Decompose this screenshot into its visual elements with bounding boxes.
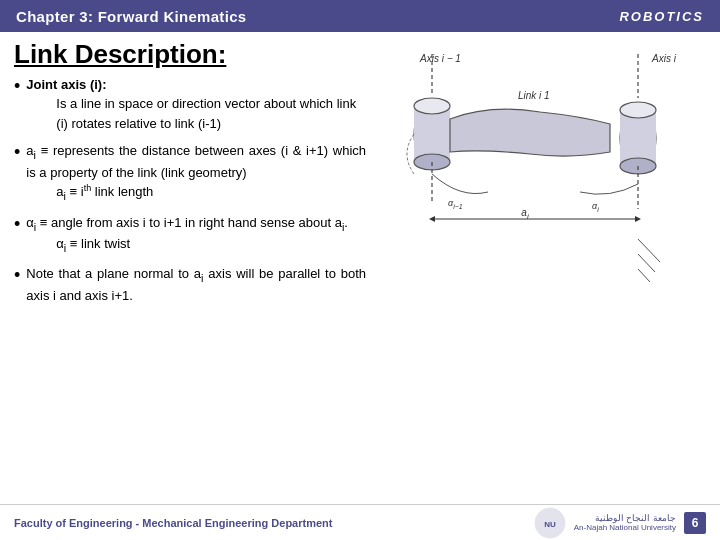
kinematics-diagram: Axis i − 1 Axis i Link i 1 bbox=[380, 44, 700, 334]
diagram-area: Axis i − 1 Axis i Link i 1 bbox=[374, 40, 706, 492]
university-logo-left: NU bbox=[534, 507, 566, 539]
bullet-1-sub: Is a line in space or direction vector a… bbox=[56, 94, 366, 133]
footer: Faculty of Engineering - Mechanical Engi… bbox=[0, 504, 720, 540]
footer-logos: NU جامعة النجاح الوطنية An-Najah Nationa… bbox=[534, 507, 706, 539]
svg-line-19 bbox=[638, 239, 660, 262]
university-name-en: An-Najah National University bbox=[574, 523, 676, 532]
bullet-2-sub: ai ≡ ith link length bbox=[56, 182, 366, 204]
svg-line-20 bbox=[638, 254, 655, 272]
bullet-4-text: Note that a plane normal to ai axis will… bbox=[26, 264, 366, 305]
svg-point-12 bbox=[620, 102, 656, 118]
page-title: Link Description: bbox=[14, 40, 366, 69]
bullet-2: • ai ≡ represents the distance between a… bbox=[14, 141, 366, 208]
main-content: Link Description: • Joint axis (i): Is a… bbox=[0, 32, 720, 492]
svg-text:Axis i: Axis i bbox=[651, 53, 677, 64]
bullet-4: • Note that a plane normal to ai axis wi… bbox=[14, 264, 366, 305]
bullet-1: • Joint axis (i): Is a line in space or … bbox=[14, 75, 366, 138]
bullet-marker-1: • bbox=[14, 75, 20, 98]
svg-text:Axis i − 1: Axis i − 1 bbox=[419, 53, 461, 64]
footer-text: Faculty of Engineering - Mechanical Engi… bbox=[14, 517, 332, 529]
chapter-title: Chapter 3: Forward Kinematics bbox=[16, 8, 246, 25]
robotics-logo: ROBOTICS bbox=[619, 9, 704, 24]
bullet-2-text: ai ≡ represents the distance between axe… bbox=[26, 141, 366, 182]
bullet-marker-3: • bbox=[14, 213, 20, 236]
svg-text:NU: NU bbox=[544, 520, 556, 529]
bullet-marker-2: • bbox=[14, 141, 20, 164]
arabic-university-name: جامعة النجاح الوطنية bbox=[574, 513, 676, 523]
bullet-marker-4: • bbox=[14, 264, 20, 287]
left-column: Link Description: • Joint axis (i): Is a… bbox=[14, 40, 374, 492]
svg-text:αi: αi bbox=[592, 201, 599, 213]
svg-line-21 bbox=[638, 269, 650, 282]
bullet-3: • αi ≡ angle from axis i to i+1 in right… bbox=[14, 213, 366, 261]
header: Chapter 3: Forward Kinematics ROBOTICS bbox=[0, 0, 720, 32]
svg-text:Link i   1: Link i 1 bbox=[518, 90, 550, 101]
svg-text:αi−1: αi−1 bbox=[448, 198, 463, 210]
bullet-3-sub: αi ≡ link twist bbox=[56, 234, 348, 256]
svg-point-6 bbox=[414, 98, 450, 114]
page-number: 6 bbox=[684, 512, 706, 534]
bullet-1-text: Joint axis (i): bbox=[26, 75, 366, 95]
bullet-3-text: αi ≡ angle from axis i to i+1 in right h… bbox=[26, 213, 348, 235]
